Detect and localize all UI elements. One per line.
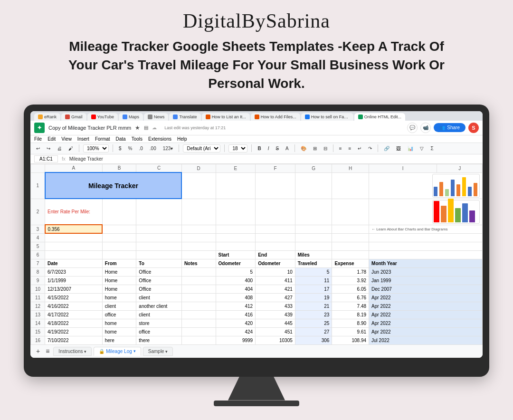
- sheets-menu-btn[interactable]: ≡: [44, 347, 51, 355]
- col-header-a[interactable]: A: [45, 164, 103, 172]
- cell-i2[interactable]: [369, 199, 483, 225]
- currency-btn[interactable]: $: [117, 145, 124, 152]
- rotate-btn[interactable]: ↷: [366, 145, 374, 152]
- bold-btn[interactable]: B: [256, 145, 263, 152]
- fill-color-btn[interactable]: 🎨: [299, 145, 308, 152]
- menu-edit[interactable]: Edit: [48, 136, 56, 142]
- col-header-b[interactable]: B: [102, 164, 136, 172]
- cell-reference[interactable]: [34, 155, 58, 162]
- cell-a3[interactable]: 0.356: [45, 225, 103, 233]
- menu-view[interactable]: View: [61, 136, 72, 142]
- col-start-odo[interactable]: Odometer: [216, 259, 256, 267]
- tab-mileage-log[interactable]: 🔒 Mileage Log ▾: [94, 347, 141, 356]
- col-expense[interactable]: Expense: [332, 259, 369, 267]
- image-btn[interactable]: 🖼: [394, 145, 403, 152]
- cell-b3[interactable]: [102, 225, 136, 233]
- menu-help[interactable]: Help: [177, 136, 187, 142]
- size-select[interactable]: 18: [228, 144, 247, 153]
- cell-e6[interactable]: Start: [216, 250, 256, 259]
- col-header-f[interactable]: F: [256, 164, 295, 172]
- cell-h1[interactable]: [332, 172, 369, 199]
- cell-e3[interactable]: [216, 225, 256, 233]
- col-miles[interactable]: Traveled: [295, 259, 332, 267]
- cell-b2[interactable]: [102, 199, 136, 225]
- italic-btn[interactable]: I: [266, 145, 271, 152]
- col-header-e[interactable]: E: [216, 164, 256, 172]
- cell-h3[interactable]: [332, 225, 369, 233]
- tab-instructions[interactable]: Instructions ▾: [53, 347, 92, 356]
- cell-g6[interactable]: Miles: [295, 250, 332, 259]
- col-header-j[interactable]: J: [437, 164, 483, 172]
- cell-h2[interactable]: [332, 199, 369, 225]
- menu-file[interactable]: File: [34, 136, 42, 142]
- borders-btn[interactable]: ⊞: [311, 145, 319, 152]
- browser-tab-maps[interactable]: Maps: [119, 113, 143, 121]
- col-notes[interactable]: Notes: [181, 259, 216, 267]
- col-from[interactable]: From: [102, 259, 136, 267]
- link-btn[interactable]: 🔗: [382, 145, 391, 152]
- wrap-btn[interactable]: ↵: [356, 145, 363, 152]
- decimal-inc-btn[interactable]: .00: [148, 145, 158, 152]
- menu-insert[interactable]: Insert: [77, 136, 89, 142]
- cell-d1[interactable]: [181, 172, 216, 199]
- paint-btn[interactable]: 🖌: [66, 145, 75, 152]
- cell-e1[interactable]: [216, 172, 256, 199]
- share-button[interactable]: 👥 Share: [434, 123, 466, 132]
- cell-g2[interactable]: [295, 199, 332, 225]
- redo-btn[interactable]: ↪: [45, 145, 52, 152]
- browser-tab-youtube[interactable]: YouTube: [87, 113, 118, 121]
- cell-c3[interactable]: [136, 225, 182, 233]
- browser-tab-how1[interactable]: How to List an It...: [202, 113, 250, 121]
- zoom-select[interactable]: 100%: [83, 144, 109, 153]
- comments-icon[interactable]: 💬: [407, 123, 418, 133]
- filter-btn[interactable]: ▽: [418, 145, 426, 152]
- menu-tools[interactable]: Tools: [132, 136, 142, 142]
- cell-a4[interactable]: [45, 233, 103, 242]
- cell-c2[interactable]: [136, 199, 182, 225]
- print-btn[interactable]: 🖨: [55, 145, 64, 152]
- sheets-doc-title[interactable]: Copy of Mileage Tracker PLR mmm: [48, 125, 131, 131]
- cell-d2[interactable]: [181, 199, 216, 225]
- cell-f2[interactable]: [256, 199, 295, 225]
- col-header-g[interactable]: G: [295, 164, 332, 172]
- star-icon[interactable]: ★: [135, 124, 140, 131]
- cell-e2[interactable]: [216, 199, 256, 225]
- cell-d3[interactable]: [181, 225, 216, 233]
- menu-data[interactable]: Data: [116, 136, 126, 142]
- browser-tab-facebook[interactable]: How to sell on Fac...: [301, 113, 353, 121]
- tab-sample[interactable]: Sample ▾: [143, 347, 173, 356]
- menu-format[interactable]: Format: [95, 136, 110, 142]
- col-header-c[interactable]: C: [136, 164, 182, 172]
- cell-g3[interactable]: [295, 225, 332, 233]
- browser-tab-how2[interactable]: How to Add Files...: [251, 113, 300, 121]
- align-center-btn[interactable]: ≡: [347, 145, 353, 152]
- font-select[interactable]: Default (Ari: [183, 144, 220, 153]
- user-avatar[interactable]: S: [468, 123, 479, 133]
- browser-tab-erank[interactable]: eRank: [34, 113, 60, 121]
- function-btn[interactable]: Σ: [428, 145, 435, 152]
- col-header-i[interactable]: I: [369, 164, 437, 172]
- decimal-dec-btn[interactable]: .0: [137, 145, 144, 152]
- menu-extensions[interactable]: Extensions: [148, 136, 171, 142]
- cell-i1[interactable]: [369, 172, 483, 199]
- cell-f6[interactable]: End: [256, 250, 295, 259]
- strike-btn[interactable]: S: [274, 145, 281, 152]
- browser-tab-translate[interactable]: Translate: [169, 113, 200, 121]
- browser-tab-mythos[interactable]: Online HTML Edit...: [354, 113, 405, 121]
- cell-i3[interactable]: ← Learn About Bar Charts and Bar Diagram…: [369, 225, 483, 233]
- col-header-d[interactable]: D: [181, 164, 216, 172]
- cell-a1[interactable]: Mileage Tracker: [45, 172, 182, 199]
- format-num-btn[interactable]: 123▾: [161, 145, 175, 152]
- add-sheet-button[interactable]: +: [34, 347, 42, 355]
- cell-g1[interactable]: [295, 172, 332, 199]
- col-date[interactable]: Date: [45, 259, 103, 267]
- col-end-odo[interactable]: Odometer: [256, 259, 295, 267]
- chart-btn[interactable]: 📊: [406, 145, 415, 152]
- align-left-btn[interactable]: ≡: [337, 145, 344, 152]
- font-color-btn[interactable]: A: [284, 145, 291, 152]
- cell-f3[interactable]: [256, 225, 295, 233]
- undo-btn[interactable]: ↩: [34, 145, 42, 152]
- meet-icon[interactable]: 📹: [420, 123, 431, 133]
- cell-a2[interactable]: Enter Rate Per Mile:: [45, 199, 103, 225]
- formula-input[interactable]: [69, 156, 479, 162]
